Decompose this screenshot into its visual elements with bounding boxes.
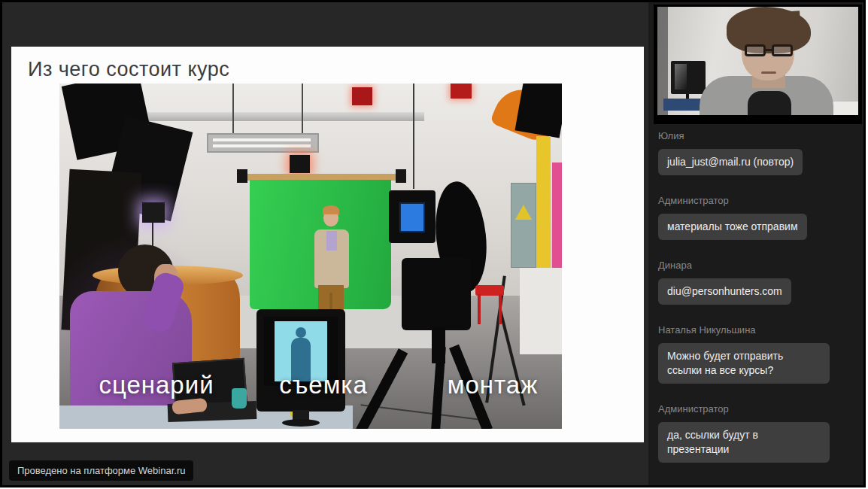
teleprompter-screen [399, 202, 425, 232]
chat-bubble: julia_just@mail.ru (повтор) [658, 149, 803, 175]
chat-bubble: материалы тоже отправим [658, 214, 807, 240]
red-light-fixture [451, 84, 472, 99]
chat-message: Динара diu@personhunters.com [658, 260, 854, 305]
teal-cup [232, 388, 247, 409]
platform-badge: Проведено на платформе Webinar.ru [9, 460, 193, 481]
webcam-video [654, 5, 862, 124]
monitor-base [282, 419, 320, 427]
chat-author: Администратор [658, 403, 854, 415]
greenscreen-clamp [237, 169, 247, 183]
hanging-cable [232, 84, 234, 133]
chat-bubble: да, ссылки будут в презентации [658, 422, 830, 463]
chat-panel[interactable]: Юлия julia_just@mail.ru (повтор) Админис… [648, 124, 863, 478]
studio-lamp [142, 202, 165, 223]
presenter-shirt [326, 231, 337, 251]
stage-label-shooting: съемка [279, 371, 368, 399]
webinar-window: Из чего состоит курс [0, 0, 868, 489]
chat-message: Наталья Никульшина Можно будет отправить… [658, 324, 854, 384]
app-frame: Из чего состоит курс [0, 0, 866, 487]
chat-bubble: diu@personhunters.com [658, 278, 791, 305]
speaker-glasses-bridge [766, 49, 772, 51]
hanging-cable [413, 84, 414, 189]
studio-photo: сценарий съемка монтаж [59, 84, 562, 429]
speaker-glasses [772, 44, 793, 56]
slide: Из чего состоит курс [11, 47, 644, 442]
chat-author: Администратор [658, 195, 854, 206]
monitor-preview-person [296, 327, 306, 338]
black-flag-panel [515, 84, 562, 138]
chat-author: Динара [658, 260, 854, 271]
red-light-fixture [352, 87, 372, 105]
electrical-cabinet [511, 183, 536, 268]
chat-author: Наталья Никульшина [658, 324, 854, 336]
sidebar: Юлия julia_just@mail.ru (повтор) Админис… [648, 2, 863, 485]
room-tv [671, 61, 706, 94]
studio-camera [402, 258, 471, 330]
slide-title: Из чего состоит курс [28, 58, 229, 81]
red-stool-legs [478, 294, 502, 324]
speaker-glasses [745, 44, 766, 56]
chat-message: Юлия julia_just@mail.ru (повтор) [658, 130, 854, 175]
speaker-mouth [761, 71, 776, 74]
greenscreen-clamp [396, 169, 406, 183]
stage-label-script: сценарий [99, 371, 214, 399]
fluorescent-light [207, 133, 319, 153]
chat-message: Администратор да, ссылки будут в презент… [658, 403, 854, 463]
chat-bubble: Можно будет отправить ссылки на все курс… [658, 343, 830, 384]
presenter-hair [323, 205, 339, 214]
pink-strip [552, 162, 562, 268]
stage-label-editing: монтаж [448, 371, 538, 399]
webcam-room [657, 7, 858, 115]
hanging-cable [302, 84, 303, 133]
white-curtain [520, 268, 562, 354]
presentation-area: Из чего состоит курс [2, 2, 646, 485]
chat-message: Администратор материалы тоже отправим [658, 195, 854, 240]
chat-author: Юлия [658, 130, 854, 141]
ceiling-truss [131, 112, 424, 121]
warm-spotlight [290, 155, 310, 173]
speaker-shirt [748, 91, 791, 115]
